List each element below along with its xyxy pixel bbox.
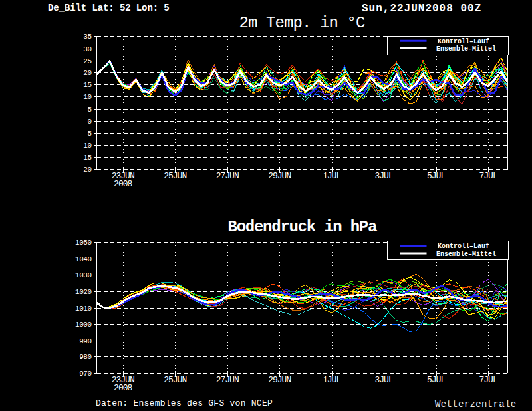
svg-text:1JUL: 1JUL: [323, 171, 340, 181]
svg-text:1040: 1040: [75, 255, 91, 263]
svg-text:-5: -5: [83, 130, 91, 138]
svg-text:1010: 1010: [75, 305, 91, 313]
svg-text:7JUL: 7JUL: [479, 375, 497, 385]
svg-text:29JUN: 29JUN: [268, 171, 291, 181]
svg-text:Ensemble–Mittel: Ensemble–Mittel: [436, 45, 496, 53]
svg-text:1JUL: 1JUL: [323, 375, 340, 385]
svg-text:0: 0: [87, 118, 91, 126]
svg-text:1030: 1030: [75, 271, 91, 279]
svg-text:27JUN: 27JUN: [216, 375, 239, 385]
svg-text:990: 990: [79, 337, 91, 345]
svg-text:2008: 2008: [114, 383, 132, 393]
svg-text:3JUL: 3JUL: [374, 375, 392, 385]
svg-text:De_Bilt Lat: 52 Lon: 5: De_Bilt Lat: 52 Lon: 5: [48, 3, 170, 13]
svg-text:1050: 1050: [75, 239, 91, 247]
svg-text:10: 10: [83, 93, 91, 101]
svg-text:5JUL: 5JUL: [427, 375, 445, 385]
svg-text:2m Temp. in °C: 2m Temp. in °C: [239, 14, 366, 32]
svg-text:Kontroll–Lauf: Kontroll–Lauf: [438, 38, 489, 45]
svg-text:Daten: Ensembles des GFS von N: Daten: Ensembles des GFS von NCEP: [96, 398, 273, 408]
svg-text:25JUN: 25JUN: [164, 375, 186, 385]
svg-text:-10: -10: [79, 142, 91, 150]
svg-text:27JUN: 27JUN: [216, 171, 239, 181]
svg-text:Kontroll–Lauf: Kontroll–Lauf: [438, 243, 489, 250]
svg-text:1000: 1000: [75, 321, 91, 329]
svg-text:Sun,22JUN2008 00Z: Sun,22JUN2008 00Z: [362, 3, 481, 15]
svg-text:2008: 2008: [114, 179, 132, 189]
svg-text:Wetterzentrale: Wetterzentrale: [435, 399, 517, 410]
svg-text:20: 20: [83, 69, 91, 77]
svg-text:30: 30: [83, 45, 91, 53]
svg-text:3JUL: 3JUL: [374, 171, 392, 181]
svg-text:-20: -20: [79, 166, 91, 174]
svg-text:Ensemble–Mittel: Ensemble–Mittel: [436, 251, 496, 258]
svg-text:5JUL: 5JUL: [427, 171, 445, 181]
svg-text:29JUN: 29JUN: [268, 375, 291, 385]
svg-text:7JUL: 7JUL: [479, 171, 497, 181]
svg-text:25: 25: [83, 57, 91, 65]
svg-text:35: 35: [83, 33, 91, 41]
svg-text:15: 15: [83, 81, 91, 89]
svg-text:980: 980: [79, 353, 91, 361]
svg-text:Bodendruck in hPa: Bodendruck in hPa: [228, 218, 377, 236]
svg-text:-15: -15: [79, 154, 91, 162]
svg-text:25JUN: 25JUN: [164, 171, 186, 181]
svg-text:1020: 1020: [75, 288, 91, 296]
svg-text:970: 970: [79, 370, 91, 378]
svg-text:5: 5: [87, 106, 91, 114]
